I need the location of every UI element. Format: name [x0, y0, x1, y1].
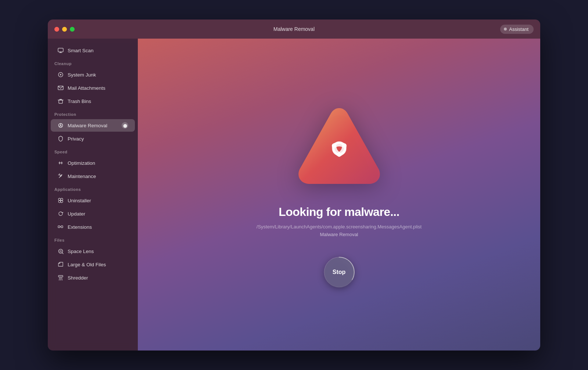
sidebar-item-shredder[interactable]: Shredder — [51, 271, 135, 284]
sidebar-item-updater[interactable]: Updater — [51, 207, 135, 220]
sidebar-item-label: Optimization — [68, 160, 95, 166]
large-files-icon — [57, 261, 64, 268]
assistant-label: Assistant — [509, 26, 528, 32]
svg-line-29 — [62, 278, 62, 280]
section-applications: Applications — [48, 183, 138, 194]
svg-point-16 — [58, 198, 61, 200]
svg-point-18 — [58, 200, 61, 203]
sidebar-item-uninstaller[interactable]: Uninstaller — [51, 194, 135, 207]
system-junk-icon — [57, 71, 64, 78]
stop-button[interactable]: Stop — [325, 257, 354, 287]
close-button[interactable] — [54, 27, 59, 32]
smart-scan-icon — [57, 47, 64, 54]
sidebar-item-label: Trash Bins — [68, 99, 91, 104]
stop-button-container: Stop — [323, 256, 356, 289]
mail-icon — [57, 85, 64, 91]
malware-icon — [57, 122, 64, 129]
sidebar-item-label: Space Lens — [68, 249, 94, 254]
sidebar-item-system-junk[interactable]: System Junk — [51, 68, 135, 81]
maintenance-icon — [57, 173, 64, 179]
trash-icon — [57, 98, 64, 104]
sidebar-item-extensions[interactable]: Extensions — [51, 221, 135, 233]
svg-point-12 — [60, 124, 61, 125]
sidebar-item-optimization[interactable]: Optimization — [51, 157, 135, 169]
malware-badge: ⬤ — [122, 122, 128, 129]
updater-icon — [57, 210, 64, 217]
section-speed: Speed — [48, 145, 138, 156]
sidebar-item-space-lens[interactable]: Space Lens — [51, 245, 135, 257]
biohazard-icon — [291, 101, 387, 189]
sidebar-item-label: Maintenance — [68, 174, 96, 179]
sidebar-item-label: Shredder — [68, 275, 88, 281]
svg-rect-22 — [61, 226, 63, 228]
scanning-module: Malware Removal — [320, 232, 358, 237]
window-title: Malware Removal — [273, 26, 315, 32]
assistant-dot-icon — [504, 28, 507, 31]
privacy-icon — [57, 135, 64, 142]
assistant-button[interactable]: Assistant — [500, 25, 534, 34]
svg-rect-6 — [59, 100, 62, 103]
maximize-button[interactable] — [70, 27, 75, 32]
svg-rect-20 — [58, 226, 60, 228]
sidebar-item-smart-scan[interactable]: Smart Scan — [51, 44, 135, 57]
sidebar-item-maintenance[interactable]: Maintenance — [51, 170, 135, 182]
svg-point-4 — [60, 74, 61, 75]
sidebar-item-malware-removal[interactable]: Malware Removal ⬤ — [51, 119, 135, 132]
sidebar-item-label: Extensions — [68, 224, 92, 230]
sidebar-item-label: Uninstaller — [68, 198, 91, 203]
sidebar-item-label: Mail Attachments — [68, 85, 105, 91]
traffic-lights — [54, 27, 75, 32]
svg-rect-26 — [58, 275, 63, 277]
svg-line-27 — [59, 278, 60, 280]
sidebar-item-label: Smart Scan — [68, 48, 94, 53]
sidebar-item-label: Malware Removal — [68, 123, 107, 128]
space-lens-icon — [57, 248, 64, 255]
section-cleanup: Cleanup — [48, 57, 138, 68]
sidebar-item-label: Large & Old Files — [68, 262, 106, 267]
svg-rect-0 — [58, 48, 63, 52]
main-content: Smart Scan Cleanup System Junk — [48, 39, 540, 351]
sidebar-item-large-old-files[interactable]: Large & Old Files — [51, 258, 135, 271]
sidebar-item-label: Updater — [68, 211, 85, 217]
section-files: Files — [48, 234, 138, 245]
sidebar-item-trash-bins[interactable]: Trash Bins — [51, 95, 135, 107]
sidebar-item-privacy[interactable]: Privacy — [51, 132, 135, 145]
svg-line-25 — [62, 253, 63, 254]
shredder-icon — [57, 274, 64, 281]
sidebar-item-mail-attachments[interactable]: Mail Attachments — [51, 82, 135, 94]
biohazard-container — [291, 101, 387, 191]
main-panel: Looking for malware... /System/Library/L… — [138, 39, 540, 351]
uninstaller-icon — [57, 197, 64, 204]
status-title: Looking for malware... — [279, 205, 399, 219]
svg-point-24 — [60, 250, 61, 252]
svg-point-19 — [61, 200, 63, 203]
scanning-path: /System/Library/LaunchAgents/com.apple.s… — [257, 224, 422, 230]
optimization-icon — [57, 160, 64, 166]
title-bar: Malware Removal Assistant — [48, 19, 540, 39]
minimize-button[interactable] — [62, 27, 67, 32]
sidebar: Smart Scan Cleanup System Junk — [48, 39, 138, 351]
sidebar-item-label: System Junk — [68, 72, 96, 78]
extensions-icon — [57, 224, 64, 230]
sidebar-item-label: Privacy — [68, 136, 84, 142]
svg-point-17 — [61, 198, 63, 200]
app-window: Malware Removal Assistant Smart Scan — [48, 19, 540, 351]
section-protection: Protection — [48, 108, 138, 119]
